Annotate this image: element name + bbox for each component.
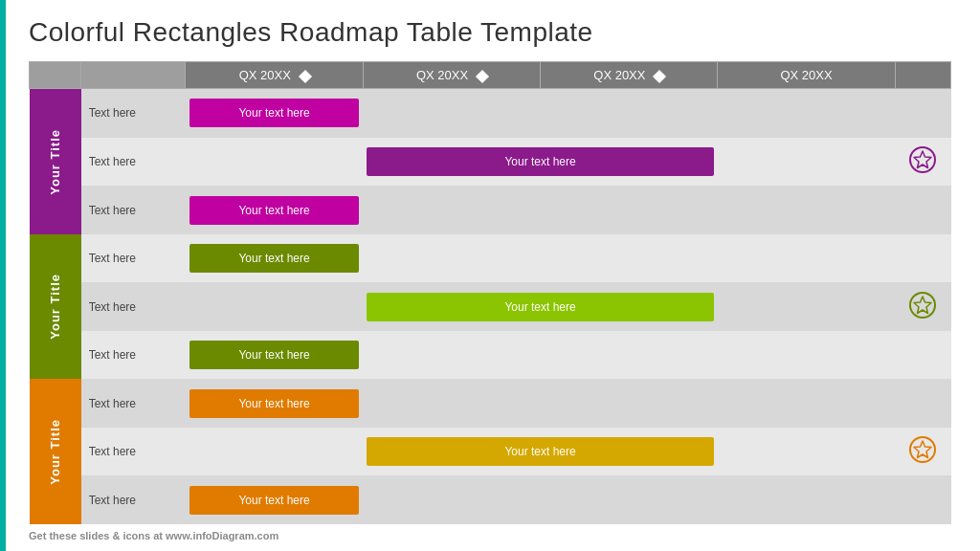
row-label: Text here	[81, 186, 186, 234]
bar-cell: Your text here	[186, 186, 363, 234]
gantt-bar: Your text here	[189, 486, 359, 515]
row-label: Text here	[81, 379, 186, 428]
table-row: Text hereYour text here	[30, 475, 951, 524]
star-cell	[895, 379, 950, 428]
empty-cell	[718, 282, 895, 331]
header-label-col	[30, 62, 81, 89]
group-title-cell: Your Title	[30, 379, 81, 524]
empty-cell	[186, 138, 363, 187]
diamond-icon	[298, 69, 311, 82]
table-row: Your TitleText hereYour text here	[30, 379, 951, 428]
star-cell	[895, 475, 950, 524]
empty-cell	[541, 186, 718, 234]
header-row: QX 20XX QX 20XX QX 20XX QX 20XX	[30, 62, 951, 89]
row-label: Text here	[81, 282, 186, 331]
gantt-bar: Your text here	[367, 437, 714, 466]
group-title-label: Your Title	[48, 419, 62, 485]
star-cell	[895, 428, 950, 476]
gantt-bar: Your text here	[189, 196, 359, 225]
row-label: Text here	[81, 138, 186, 187]
empty-cell	[363, 331, 540, 380]
empty-cell	[718, 89, 895, 138]
empty-cell	[363, 186, 540, 234]
empty-cell	[541, 234, 718, 283]
bar-cell: Your text here	[186, 475, 363, 524]
empty-cell	[541, 331, 718, 380]
row-label: Text here	[81, 234, 186, 283]
group-title-cell: Your Title	[30, 89, 81, 234]
left-accent	[0, 0, 6, 551]
empty-cell	[541, 475, 718, 524]
table-row: Text hereYour text here	[30, 331, 951, 380]
bar-cell: Your text here	[363, 138, 718, 187]
gantt-bar: Your text here	[189, 389, 359, 418]
star-cell	[895, 138, 950, 187]
gantt-bar: Your text here	[189, 341, 359, 369]
empty-cell	[541, 89, 718, 138]
header-q3: QX 20XX	[541, 62, 718, 89]
table-wrapper: QX 20XX QX 20XX QX 20XX QX 20XX	[29, 61, 951, 524]
svg-marker-1	[914, 151, 931, 168]
empty-cell	[186, 428, 363, 476]
footer: Get these slides & icons at www.infoDiag…	[29, 530, 951, 541]
roadmap-table: QX 20XX QX 20XX QX 20XX QX 20XX	[29, 61, 951, 524]
gantt-bar: Your text here	[367, 293, 714, 321]
group-title-cell: Your Title	[30, 234, 81, 380]
group-title-label: Your Title	[48, 129, 62, 195]
empty-cell	[363, 234, 540, 283]
table-row: Text hereYour text here	[30, 186, 951, 234]
svg-marker-5	[914, 441, 931, 458]
bar-cell: Your text here	[186, 331, 363, 380]
table-body: Your TitleText hereYour text hereText he…	[30, 89, 951, 525]
empty-cell	[186, 282, 363, 331]
bar-cell: Your text here	[186, 379, 363, 428]
star-cell	[895, 89, 950, 138]
empty-cell	[363, 475, 540, 524]
header-text-col	[81, 62, 186, 89]
star-cell	[895, 282, 950, 331]
gantt-bar: Your text here	[367, 147, 714, 176]
empty-cell	[718, 331, 895, 380]
star-cell	[895, 234, 950, 283]
empty-cell	[718, 428, 895, 476]
bar-cell: Your text here	[363, 428, 718, 476]
svg-marker-3	[914, 297, 931, 314]
header-q4: QX 20XX	[718, 62, 895, 89]
star-cell	[895, 186, 950, 234]
row-label: Text here	[81, 428, 186, 476]
group-title-label: Your Title	[48, 274, 62, 340]
page-title: Colorful Rectangles Roadmap Table Templa…	[29, 17, 951, 48]
bar-cell: Your text here	[186, 89, 363, 138]
header-q1: QX 20XX	[186, 62, 363, 89]
diamond-icon	[653, 69, 666, 82]
header-q2: QX 20XX	[363, 62, 540, 89]
table-row: Text hereYour text here	[30, 282, 951, 331]
header-star-col	[895, 62, 950, 89]
brand-name: infoDiagram	[192, 530, 254, 541]
bar-cell: Your text here	[186, 234, 363, 283]
empty-cell	[363, 89, 540, 138]
table-row: Your TitleText hereYour text here	[30, 234, 951, 283]
empty-cell	[718, 234, 895, 283]
empty-cell	[718, 379, 895, 428]
table-row: Text hereYour text here	[30, 138, 951, 187]
star-cell	[895, 331, 950, 380]
empty-cell	[363, 379, 540, 428]
empty-cell	[718, 475, 895, 524]
row-label: Text here	[81, 475, 186, 524]
empty-cell	[541, 379, 718, 428]
gantt-bar: Your text here	[189, 99, 359, 127]
table-row: Text hereYour text here	[30, 428, 951, 476]
bar-cell: Your text here	[363, 282, 718, 331]
row-label: Text here	[81, 89, 186, 138]
table-row: Your TitleText hereYour text here	[30, 89, 951, 138]
empty-cell	[718, 138, 895, 187]
empty-cell	[718, 186, 895, 234]
page: Colorful Rectangles Roadmap Table Templa…	[0, 0, 980, 551]
diamond-icon	[476, 69, 489, 82]
gantt-bar: Your text here	[189, 244, 359, 273]
row-label: Text here	[81, 331, 186, 380]
